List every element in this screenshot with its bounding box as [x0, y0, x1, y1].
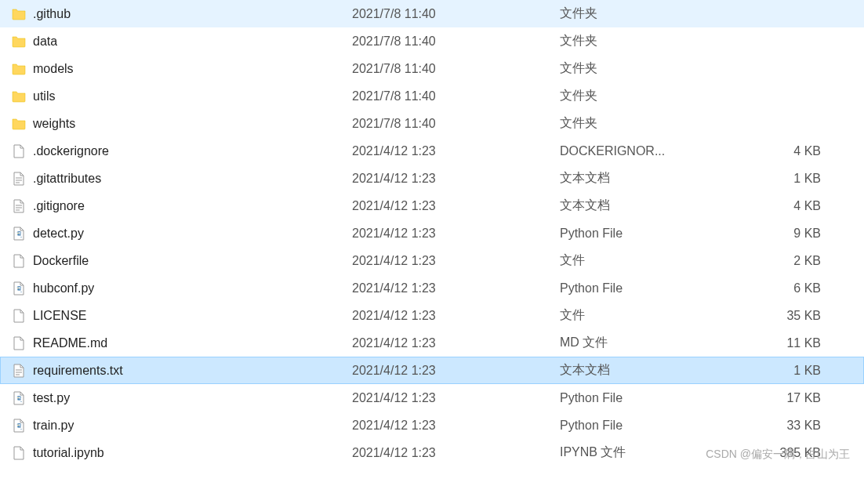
file-row[interactable]: Dockerfile2021/4/12 1:23文件2 KB [0, 247, 864, 274]
file-name-cell: .dockerignore [11, 143, 352, 159]
file-size: 11 KB [752, 336, 830, 350]
file-size: 1 KB [752, 364, 830, 378]
file-row[interactable]: hubconf.py2021/4/12 1:23Python File6 KB [0, 274, 864, 302]
file-icon [11, 143, 27, 159]
file-row[interactable]: .github2021/7/8 11:40文件夹 [0, 0, 864, 27]
file-name: utils [33, 89, 55, 103]
file-row[interactable]: utils2021/7/8 11:40文件夹 [0, 82, 864, 110]
file-type: Python File [560, 391, 752, 405]
svg-point-14 [20, 401, 21, 401]
file-size: 35 KB [752, 309, 830, 323]
file-name: .gitattributes [33, 172, 101, 186]
file-size: 6 KB [752, 281, 830, 296]
file-name-cell: requirements.txt [11, 363, 352, 379]
file-name: hubconf.py [33, 281, 94, 296]
file-row[interactable]: .gitignore2021/4/12 1:23文本文档4 KB [0, 192, 864, 219]
file-row[interactable]: detect.py2021/4/12 1:23Python File9 KB [0, 219, 864, 247]
file-row[interactable]: LICENSE2021/4/12 1:23文件35 KB [0, 302, 864, 329]
file-name-cell: data [11, 34, 352, 49]
file-name: .gitignore [33, 199, 85, 213]
svg-point-13 [17, 397, 18, 397]
file-type: Python File [560, 281, 752, 296]
svg-point-6 [17, 232, 18, 233]
text-file-icon [11, 363, 27, 379]
python-file-icon [11, 226, 27, 241]
file-name-cell: test.py [11, 390, 352, 406]
file-type: 文本文档 [560, 198, 752, 214]
file-name-cell: weights [11, 116, 352, 132]
file-date: 2021/4/12 1:23 [352, 254, 560, 268]
file-icon [11, 308, 27, 324]
file-name-cell: README.md [11, 335, 352, 351]
file-icon [11, 253, 27, 269]
python-file-icon [11, 418, 27, 433]
file-date: 2021/4/12 1:23 [352, 364, 560, 378]
file-name: models [33, 62, 74, 76]
file-row[interactable]: weights2021/7/8 11:40文件夹 [0, 110, 864, 137]
text-file-icon [11, 198, 27, 214]
file-name: train.py [33, 419, 74, 433]
file-date: 2021/4/12 1:23 [352, 144, 560, 158]
file-row[interactable]: .gitattributes2021/4/12 1:23文本文档1 KB [0, 165, 864, 192]
file-name: requirements.txt [33, 364, 123, 378]
file-row[interactable]: requirements.txt2021/4/12 1:23文本文档1 KB [0, 357, 864, 384]
file-date: 2021/4/12 1:23 [352, 336, 560, 350]
file-type: 文件夹 [560, 33, 752, 49]
file-row[interactable]: .dockerignore2021/4/12 1:23DOCKERIGNOR..… [0, 137, 864, 165]
folder-icon [11, 116, 27, 132]
python-file-icon [11, 281, 27, 296]
file-type: Python File [560, 227, 752, 241]
file-type: 文件 [560, 307, 752, 324]
file-name-cell: tutorial.ipynb [11, 445, 352, 461]
file-date: 2021/7/8 11:40 [352, 34, 560, 49]
file-size: 4 KB [752, 199, 830, 213]
file-list: .github2021/7/8 11:40文件夹data2021/7/8 11:… [0, 0, 864, 466]
file-row[interactable]: test.py2021/4/12 1:23Python File17 KB [0, 384, 864, 412]
file-name-cell: detect.py [11, 226, 352, 241]
file-date: 2021/7/8 11:40 [352, 62, 560, 76]
file-size: 2 KB [752, 254, 830, 268]
file-name-cell: LICENSE [11, 308, 352, 324]
file-name: LICENSE [33, 309, 86, 323]
watermark-text: CSDN @偏安一隅，占山为王 [706, 448, 850, 462]
file-type: 文件夹 [560, 115, 752, 132]
file-size: 1 KB [752, 172, 830, 186]
file-name-cell: hubconf.py [11, 281, 352, 296]
svg-point-8 [17, 287, 18, 288]
file-name: tutorial.ipynb [33, 446, 104, 460]
file-type: 文件夹 [560, 5, 752, 22]
file-date: 2021/4/12 1:23 [352, 446, 560, 460]
file-name: detect.py [33, 227, 84, 241]
folder-icon [11, 61, 27, 77]
file-name: data [33, 34, 57, 49]
file-date: 2021/4/12 1:23 [352, 309, 560, 323]
file-name-cell: utils [11, 89, 352, 104]
svg-point-9 [20, 291, 21, 292]
file-name: Dockerfile [33, 254, 89, 268]
file-date: 2021/4/12 1:23 [352, 419, 560, 433]
file-name-cell: .gitignore [11, 198, 352, 214]
file-type: 文件夹 [560, 88, 752, 104]
file-row[interactable]: models2021/7/8 11:40文件夹 [0, 55, 864, 82]
file-type: 文件夹 [560, 60, 752, 77]
file-name-cell: Dockerfile [11, 253, 352, 269]
file-type: 文件 [560, 252, 752, 269]
file-icon [11, 335, 27, 351]
file-row[interactable]: data2021/7/8 11:40文件夹 [0, 27, 864, 55]
file-name-cell: .github [11, 6, 352, 22]
file-type: 文本文档 [560, 362, 752, 379]
file-date: 2021/4/12 1:23 [352, 172, 560, 186]
file-size: 33 KB [752, 419, 830, 433]
file-name: .github [33, 7, 71, 21]
file-row[interactable]: train.py2021/4/12 1:23Python File33 KB [0, 412, 864, 439]
file-name-cell: .gitattributes [11, 171, 352, 187]
file-type: DOCKERIGNOR... [560, 144, 752, 158]
file-name: .dockerignore [33, 144, 109, 158]
folder-icon [11, 89, 27, 104]
file-date: 2021/4/12 1:23 [352, 227, 560, 241]
file-date: 2021/4/12 1:23 [352, 391, 560, 405]
text-file-icon [11, 171, 27, 187]
file-date: 2021/7/8 11:40 [352, 89, 560, 103]
file-row[interactable]: README.md2021/4/12 1:23MD 文件11 KB [0, 329, 864, 357]
python-file-icon [11, 390, 27, 406]
